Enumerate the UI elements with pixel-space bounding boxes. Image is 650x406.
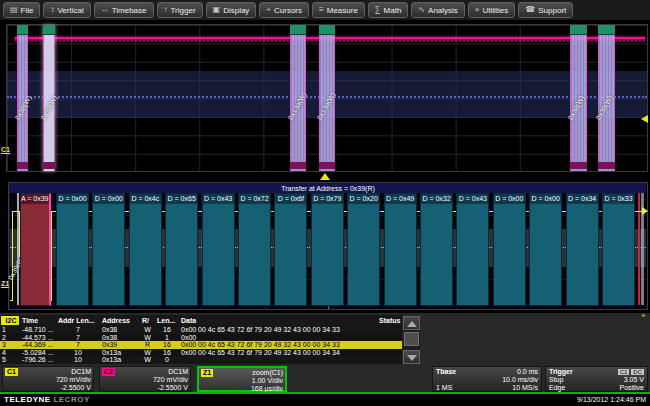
table-row[interactable]: 2-44.573 ...7 0x38W1 0x00: [0, 334, 402, 342]
i2c-burst: 0x13a(W): [290, 25, 306, 171]
i2c-burst: 0x38(W): [570, 25, 587, 171]
decode-byte-box: D = 0x49: [384, 193, 417, 306]
scroll-up-button[interactable]: [403, 316, 420, 330]
display-icon: ▣: [213, 6, 221, 14]
brand-logo: TELEDYNE LECROY: [4, 394, 90, 406]
decode-byte-box: D = 0x00: [529, 193, 562, 306]
menu-support-button[interactable]: ☎ Support: [518, 2, 573, 18]
utilities-icon: ×: [475, 6, 480, 14]
table-header: I2C Time Addr Len... Address R/ Len... D…: [0, 315, 402, 326]
menu-label: Utilities: [483, 6, 509, 15]
table-scrollbar: [403, 316, 420, 364]
menu-file-button[interactable]: ▤ File: [3, 2, 40, 18]
descriptor-c2[interactable]: C2 DC1M 720 mV/div -2.5500 V: [99, 366, 191, 392]
table-row[interactable]: 1-48.710 ...7 0x38W16 0x00 00 4c 65 43 7…: [0, 326, 402, 334]
decode-byte-box: D = 0x65: [165, 193, 198, 306]
trigger-panel[interactable]: Trigger C1DC Stop 3.05 V Edge Positive: [545, 366, 648, 392]
decode-byte-label: D = 0x43: [203, 194, 234, 204]
i2c-decode-table: I2C Time Addr Len... Address R/ Len... D…: [0, 315, 402, 364]
datetime-display: 9/13/2012 1:24:46 PM: [577, 394, 646, 406]
i2c-burst: 0x13a(W): [319, 25, 335, 171]
col-rw: R/: [140, 317, 155, 324]
i2c-burst: 0x38(W): [17, 25, 28, 171]
trigger-coupling-badge: DC: [631, 369, 644, 375]
decode-byte-label: D = 0x00: [93, 194, 124, 204]
table-row[interactable]: 5-796.26 ...10 0x13aW0: [0, 356, 402, 364]
channel-scale: 720 mV/div: [102, 376, 188, 384]
decode-byte-label: D = 0x79: [312, 194, 343, 204]
decode-byte-box: D = 0x00: [493, 193, 526, 306]
timebase-scale: 10.0 ms/div: [502, 376, 538, 384]
burst-address-label: 0x13a(W): [316, 91, 336, 121]
menu-label: Vertical: [57, 6, 83, 15]
menu-label: Analysis: [428, 6, 458, 15]
channel-offset: -2.5500 V: [5, 384, 91, 392]
support-icon: ☎: [525, 6, 535, 14]
channel-badge: C2: [102, 368, 115, 376]
i2c-burst: 0x38(W): [43, 25, 55, 171]
horizontal-arrows-icon: ↔: [101, 6, 109, 14]
footer-bar: TELEDYNE LECROY 9/13/2012 1:24:46 PM: [0, 394, 650, 406]
decode-byte-label: D = 0x65: [166, 194, 197, 204]
channel-badge: Z1: [201, 369, 213, 377]
menu-measure-button[interactable]: ≡ Measure: [312, 2, 365, 18]
trigger-level-marker[interactable]: [641, 115, 648, 123]
timebase-title: Tbase: [436, 368, 456, 376]
trigger-arrow-icon: ↑: [164, 6, 168, 14]
descriptor-z1[interactable]: Z1 zoom(C1) 1.00 V/div 168 µs/div: [197, 366, 287, 392]
trigger-type: Edge: [549, 384, 565, 392]
decode-byte-box: D = 0x6f: [274, 193, 307, 306]
trigger-level-value: 3.05 V: [624, 376, 644, 384]
trigger-position-marker[interactable]: [320, 173, 330, 180]
decode-byte-label: D = 0x49: [385, 194, 416, 204]
table-row[interactable]: 4-5.0284 ...10 0x13aW16 0x00 00 4c 65 43…: [0, 349, 402, 357]
menu-label: Display: [223, 6, 249, 15]
zoom-trace-clip-marker: +: [641, 312, 646, 320]
scroll-down-button[interactable]: [403, 350, 420, 364]
decode-byte-label: D = 0x32: [421, 194, 452, 204]
decode-byte-label: D = 0x33: [603, 194, 634, 204]
decode-byte-box: D = 0x00: [56, 193, 89, 306]
oscilloscope-screen: ▤ File ↕ Vertical ↔ Timebase ↑ Trigger ▣…: [0, 0, 650, 406]
decode-byte-label: D = 0x20: [348, 194, 379, 204]
channel-coupling: zoom(C1): [252, 369, 283, 377]
decode-byte-label: D = 0x34: [567, 194, 598, 204]
burst-address-label: 0x38(W): [567, 94, 586, 121]
menu-trigger-button[interactable]: ↑ Trigger: [157, 2, 203, 18]
menu-vertical-button[interactable]: ↕ Vertical: [43, 2, 90, 18]
menu-analysis-button[interactable]: ∿ Analysis: [411, 2, 465, 18]
decode-address-box: A = 0x39.: [20, 193, 51, 306]
col-len: Len...: [155, 317, 179, 324]
decode-byte-label: A = 0x39.: [21, 194, 49, 204]
measure-icon: ≡: [319, 6, 324, 14]
channel-scale: 720 mV/div: [5, 376, 91, 384]
math-sigma-icon: ∑: [375, 6, 381, 14]
decode-byte-box: D = 0x72: [238, 193, 271, 306]
menu-label: Timebase: [112, 6, 147, 15]
vertical-arrows-icon: ↕: [50, 6, 54, 14]
z1-channel-marker[interactable]: Z1: [1, 280, 9, 288]
menu-display-button[interactable]: ▣ Display: [206, 2, 257, 18]
decode-byte-label: D = 0x6f: [275, 194, 306, 204]
decode-byte-label: D = 0x00: [57, 194, 88, 204]
i2c-protocol-tab[interactable]: I2C: [1, 316, 19, 325]
menu-label: Support: [538, 6, 566, 15]
timebase-panel[interactable]: Tbase 0.0 ms 10.0 ms/div 1 MS 10 MS/s: [432, 366, 542, 392]
menu-math-button[interactable]: ∑ Math: [368, 2, 409, 18]
c1-channel-marker[interactable]: C1: [1, 146, 10, 154]
col-time: Time: [20, 317, 56, 324]
descriptor-c1[interactable]: C1 DC1M 720 mV/div -2.5500 V: [2, 366, 94, 392]
table-row[interactable]: 3-44.369 ...7 0x39R16 0x00 00 4c 65 43 7…: [0, 341, 402, 349]
trigger-mode: Stop: [549, 376, 563, 384]
decode-byte-label: D = 0x00: [494, 194, 525, 204]
menu-label: Trigger: [171, 6, 196, 15]
decode-byte-label: D = 0x4c: [130, 194, 161, 204]
menu-timebase-button[interactable]: ↔ Timebase: [94, 2, 154, 18]
menu-utilities-button[interactable]: × Utilities: [468, 2, 515, 18]
col-status: Status: [377, 317, 402, 324]
menu-cursors-button[interactable]: + Cursors: [259, 2, 309, 18]
col-address: Address: [100, 317, 140, 324]
decode-byte-label: D = 0x00: [530, 194, 561, 204]
scroll-thumb[interactable]: [404, 332, 419, 346]
channel-scale: 1.00 V/div: [201, 377, 283, 385]
